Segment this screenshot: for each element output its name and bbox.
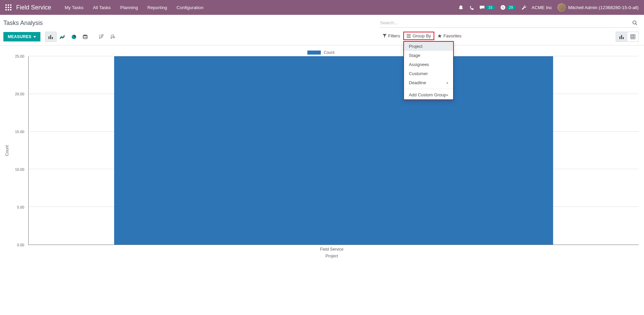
svg-line-10 [636,24,637,25]
svg-rect-23 [407,36,411,36]
search-bar [379,18,639,28]
pie-chart-button[interactable] [68,32,79,42]
svg-rect-1 [8,4,9,6]
breadcrumb: Tasks Analysis [3,20,43,27]
legend-swatch [307,51,321,55]
svg-rect-8 [10,9,11,10]
order-group [96,32,118,42]
svg-point-15 [83,35,87,36]
chevron-right-icon: ▸ [447,81,448,85]
bar-field-service[interactable] [114,56,553,245]
nav-configuration[interactable]: Configuration [172,5,208,10]
sort-asc-button[interactable] [107,32,118,42]
sort-desc-button[interactable] [96,32,107,42]
group-by-project[interactable]: Project [404,42,453,51]
group-by-dropdown: Project Stage Assignees Customer Deadlin… [403,41,454,100]
svg-rect-22 [407,34,411,35]
nav-all-tasks[interactable]: All Tasks [88,5,115,10]
svg-rect-13 [52,37,53,39]
chart-legend: Count [3,50,639,55]
chevron-right-icon: ▸ [447,93,448,97]
svg-rect-11 [48,36,49,39]
plot-area [28,56,639,245]
caret-down-icon [33,36,36,38]
group-by-button[interactable]: Group By [403,32,434,40]
svg-rect-5 [10,7,11,8]
apps-icon[interactable] [5,4,11,10]
group-by-stage[interactable]: Stage [404,51,453,60]
group-by-label: Group By [412,33,431,38]
search-input[interactable] [379,19,631,27]
ytick: 10.00 [15,167,24,171]
list-icon [407,34,411,38]
activities-badge: 29 [507,5,515,10]
funnel-icon [383,34,386,38]
conversations-badge: 15 [486,5,495,10]
graph-view-button[interactable] [616,32,627,42]
svg-rect-2 [10,4,11,6]
ytick: 5.00 [17,205,24,209]
svg-rect-25 [619,36,620,39]
filters-label: Filters [388,33,400,38]
svg-rect-4 [8,7,9,8]
debug-icon[interactable] [458,5,464,10]
nav-menu: My Tasks All Tasks Planning Reporting Co… [60,5,208,10]
svg-rect-0 [5,4,7,6]
phone-icon[interactable] [469,5,474,10]
svg-rect-20 [112,36,114,37]
nav-planning[interactable]: Planning [115,5,143,10]
nav-my-tasks[interactable]: My Tasks [60,5,88,10]
svg-rect-28 [631,35,635,39]
activities-icon[interactable]: 29 [500,5,515,10]
navbar: Field Service My Tasks All Tasks Plannin… [0,0,644,15]
x-category: Field Service [25,247,639,252]
search-options: Filters Group By Project Stage Assignees… [379,32,465,40]
dropdown-divider [404,89,453,89]
user-name: Mitchell Admin (12368280-15-0-all) [568,5,639,10]
tools-icon[interactable] [521,5,526,10]
svg-rect-16 [101,35,104,35]
bar-chart-button[interactable] [45,32,57,42]
svg-rect-27 [623,37,624,39]
control-panel: Tasks Analysis MEASURES [0,15,644,45]
svg-point-9 [633,21,636,24]
group-by-add-custom[interactable]: Add Custom Group▸ [404,90,453,99]
svg-rect-17 [101,36,103,37]
conversations-icon[interactable]: 15 [479,5,495,10]
measures-label: MEASURES [8,34,31,39]
star-icon [438,34,442,38]
chart-area: Count Count 0.00 5.00 10.00 15.00 20.00 … [0,45,644,262]
company-name[interactable]: ACME Inc [532,5,552,10]
ytick: 0.00 [17,243,24,247]
favorites-button[interactable]: Favorites [434,32,465,40]
measures-button[interactable]: MEASURES [3,32,40,41]
group-by-customer[interactable]: Customer [404,69,453,78]
ytick: 20.00 [15,92,24,96]
nav-reporting[interactable]: Reporting [143,5,172,10]
ytick: 25.00 [15,54,24,58]
favorites-label: Favorites [443,33,461,38]
filters-button[interactable]: Filters [379,32,403,40]
x-axis-title: Project [25,254,639,258]
svg-rect-6 [5,9,7,10]
svg-rect-7 [8,9,9,10]
group-by-deadline[interactable]: Deadline▸ [404,78,453,87]
x-labels: Field Service Project [25,247,639,258]
svg-rect-26 [621,35,622,39]
user-menu[interactable]: Mitchell Admin (12368280-15-0-all) [557,3,639,11]
stacked-button[interactable] [79,32,91,42]
app-title[interactable]: Field Service [16,4,51,11]
view-switcher [616,32,639,42]
pivot-view-button[interactable] [627,32,639,42]
search-icon[interactable] [631,20,639,25]
avatar [557,3,566,11]
group-by-assignees[interactable]: Assignees [404,60,453,69]
svg-rect-3 [5,7,7,8]
legend-label: Count [324,50,334,55]
svg-rect-24 [407,37,411,38]
svg-rect-12 [50,35,51,39]
line-chart-button[interactable] [57,32,68,42]
chart-type-group [45,32,91,42]
y-axis-label: Count [3,145,11,156]
svg-rect-19 [112,35,114,35]
